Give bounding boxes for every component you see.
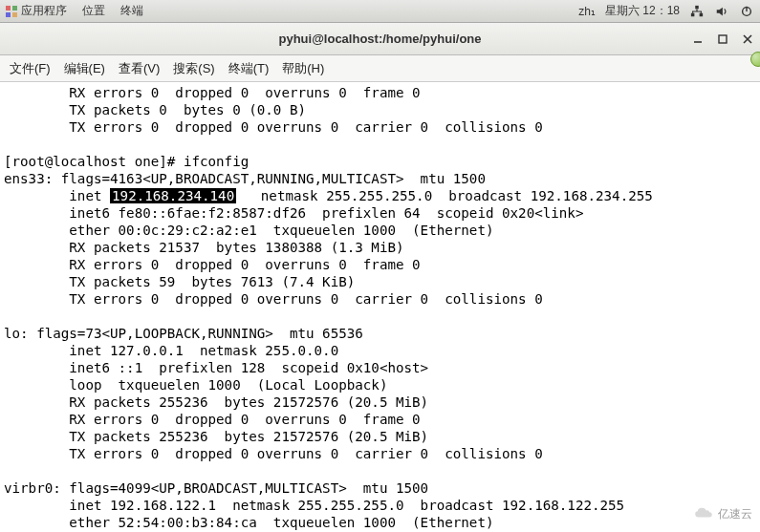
terminal-line: inet 127.0.0.1 netmask 255.0.0.0 <box>4 343 338 358</box>
terminal-line: inet 192.168.122.1 netmask 255.255.255.0… <box>4 498 624 513</box>
menu-view[interactable]: 查看(V) <box>119 60 160 77</box>
terminal-line: RX errors 0 dropped 0 overruns 0 frame 0 <box>4 85 421 100</box>
svg-rect-6 <box>700 12 704 16</box>
menu-file[interactable]: 文件(F) <box>10 60 51 77</box>
terminal-line: TX errors 0 dropped 0 overruns 0 carrier… <box>4 119 543 135</box>
svg-rect-0 <box>6 6 11 11</box>
terminal-line: lo: flags=73<UP,LOOPBACK,RUNNING> mtu 65… <box>4 326 363 341</box>
terminal-line: ens33: flags=4163<UP,BROADCAST,RUNNING,M… <box>4 171 486 186</box>
terminal-line: TX errors 0 dropped 0 overruns 0 carrier… <box>4 446 543 461</box>
terminal-line: TX packets 255236 bytes 21572576 (20.5 M… <box>4 429 428 444</box>
close-button[interactable] <box>741 32 754 46</box>
window-titlebar: pyhui@localhost:/home/pyhui/one <box>0 23 760 55</box>
panel-locale[interactable]: zh₁ <box>578 5 596 18</box>
svg-rect-3 <box>12 12 17 17</box>
terminal-line: ether 52:54:00:b3:84:ca txqueuelen 1000 … <box>4 515 494 530</box>
window-title: pyhui@localhost:/home/pyhui/one <box>278 32 481 46</box>
volume-icon[interactable] <box>714 4 729 19</box>
maximize-button[interactable] <box>716 32 729 46</box>
menu-help[interactable]: 帮助(H) <box>282 60 324 77</box>
watermark: 亿速云 <box>693 506 752 522</box>
terminal-line: RX errors 0 dropped 0 overruns 0 frame 0 <box>4 257 421 272</box>
terminal-output[interactable]: RX errors 0 dropped 0 overruns 0 frame 0… <box>0 82 760 532</box>
network-icon[interactable] <box>689 4 705 19</box>
terminal-line: TX errors 0 dropped 0 overruns 0 carrier… <box>4 291 543 307</box>
cloud-icon <box>693 506 714 522</box>
menu-edit[interactable]: 编辑(E) <box>64 60 105 77</box>
panel-places[interactable]: 位置 <box>82 3 105 19</box>
terminal-line: loop txqueuelen 1000 (Local Loopback) <box>4 377 387 393</box>
terminal-line: RX packets 21537 bytes 1380388 (1.3 MiB) <box>4 240 404 255</box>
watermark-text: 亿速云 <box>718 506 752 522</box>
terminal-line: inet 192.168.234.140 netmask 255.255.255… <box>4 188 653 203</box>
terminal-line: RX errors 0 dropped 0 overruns 0 frame 0 <box>4 412 421 427</box>
applications-icon <box>6 6 17 17</box>
terminal-line: ether 00:0c:29:c2:a2:e1 txqueuelen 1000 … <box>4 223 494 238</box>
terminal-line: inet6 ::1 prefixlen 128 scopeid 0x10<hos… <box>4 360 428 375</box>
terminal-line: TX packets 0 bytes 0 (0.0 B) <box>4 102 306 117</box>
terminal-line: virbr0: flags=4099<UP,BROADCAST,MULTICAS… <box>4 480 428 496</box>
svg-rect-10 <box>719 35 727 43</box>
desktop-top-panel: 应用程序 位置 终端 zh₁ 星期六 12：18 <box>0 0 760 23</box>
menu-search[interactable]: 搜索(S) <box>173 60 214 77</box>
terminal-line: inet6 fe80::6fae:f2:8587:df26 prefixlen … <box>4 205 583 221</box>
terminal-menubar: 文件(F) 编辑(E) 查看(V) 搜索(S) 终端(T) 帮助(H) <box>0 55 760 82</box>
accent-decoration <box>750 52 760 67</box>
highlighted-ip: 192.168.234.140 <box>110 188 236 203</box>
panel-clock[interactable]: 星期六 12：18 <box>605 3 680 19</box>
panel-applications[interactable]: 应用程序 <box>21 3 67 19</box>
terminal-prompt-line: [root@localhost one]# ifconfig <box>4 154 249 169</box>
terminal-line: TX packets 59 bytes 7613 (7.4 KiB) <box>4 274 355 289</box>
minimize-button[interactable] <box>691 32 705 46</box>
svg-rect-4 <box>695 5 699 9</box>
power-icon[interactable] <box>739 4 754 19</box>
svg-rect-5 <box>691 12 695 16</box>
terminal-line: RX packets 255236 bytes 21572576 (20.5 M… <box>4 394 428 410</box>
svg-rect-1 <box>12 6 17 11</box>
panel-terminal[interactable]: 终端 <box>120 3 143 19</box>
menu-terminal[interactable]: 终端(T) <box>228 60 270 77</box>
svg-rect-2 <box>6 12 11 17</box>
